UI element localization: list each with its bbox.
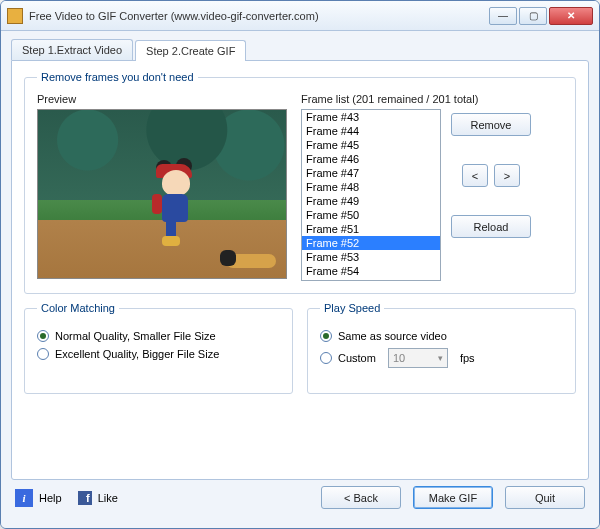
tab-body: Remove frames you don't need Preview xyxy=(11,60,589,480)
radio-custom-speed[interactable]: Custom 10 ▾ fps xyxy=(320,348,563,368)
tab-step1[interactable]: Step 1.Extract Video xyxy=(11,39,133,60)
frames-legend: Remove frames you don't need xyxy=(37,71,198,83)
radio-label: Custom xyxy=(338,352,376,364)
radio-normal-quality[interactable]: Normal Quality, Smaller File Size xyxy=(37,330,280,342)
frame-item[interactable]: Frame #49 xyxy=(302,194,440,208)
fps-spinner[interactable]: 10 ▾ xyxy=(388,348,448,368)
next-frame-button[interactable]: > xyxy=(494,164,520,187)
frame-item[interactable]: Frame #54 xyxy=(302,264,440,278)
tab-strip: Step 1.Extract Video Step 2.Create GIF xyxy=(11,39,589,60)
tab-step2[interactable]: Step 2.Create GIF xyxy=(135,40,246,61)
chevron-down-icon: ▾ xyxy=(438,353,443,363)
minimize-button[interactable]: — xyxy=(489,7,517,25)
tab-control: Step 1.Extract Video Step 2.Create GIF R… xyxy=(11,39,589,480)
frame-item[interactable]: Frame #43 xyxy=(302,110,440,124)
preview-image xyxy=(37,109,287,279)
quit-button[interactable]: Quit xyxy=(505,486,585,509)
frame-item[interactable]: Frame #51 xyxy=(302,222,440,236)
preview-label: Preview xyxy=(37,93,287,105)
client-area: Step 1.Extract Video Step 2.Create GIF R… xyxy=(1,31,599,528)
maximize-button[interactable]: ▢ xyxy=(519,7,547,25)
fps-unit: fps xyxy=(460,352,475,364)
radio-icon xyxy=(37,330,49,342)
radio-label: Normal Quality, Smaller File Size xyxy=(55,330,216,342)
frame-listbox[interactable]: Frame #43Frame #44Frame #45Frame #46Fram… xyxy=(301,109,441,281)
radio-label: Same as source video xyxy=(338,330,447,342)
facebook-icon: f xyxy=(78,491,92,505)
radio-icon xyxy=(320,330,332,342)
radio-icon xyxy=(320,352,332,364)
framelist-label: Frame list (201 remained / 201 total) xyxy=(301,93,563,105)
frame-item[interactable]: Frame #44 xyxy=(302,124,440,138)
radio-label: Excellent Quality, Bigger File Size xyxy=(55,348,219,360)
reload-button[interactable]: Reload xyxy=(451,215,531,238)
window-buttons: — ▢ ✕ xyxy=(489,7,593,25)
app-window: Free Video to GIF Converter (www.video-g… xyxy=(0,0,600,529)
frame-item[interactable]: Frame #47 xyxy=(302,166,440,180)
play-speed-legend: Play Speed xyxy=(320,302,384,314)
app-icon xyxy=(7,8,23,24)
frames-group: Remove frames you don't need Preview xyxy=(24,71,576,294)
color-matching-legend: Color Matching xyxy=(37,302,119,314)
frame-item[interactable]: Frame #48 xyxy=(302,180,440,194)
titlebar: Free Video to GIF Converter (www.video-g… xyxy=(1,1,599,31)
play-speed-group: Play Speed Same as source video Custom 1… xyxy=(307,302,576,394)
back-button[interactable]: < Back xyxy=(321,486,401,509)
window-title: Free Video to GIF Converter (www.video-g… xyxy=(29,10,489,22)
radio-same-speed[interactable]: Same as source video xyxy=(320,330,563,342)
prev-frame-button[interactable]: < xyxy=(462,164,488,187)
frame-item[interactable]: Frame #46 xyxy=(302,152,440,166)
frame-item[interactable]: Frame #53 xyxy=(302,250,440,264)
fps-value: 10 xyxy=(393,352,405,364)
close-button[interactable]: ✕ xyxy=(549,7,593,25)
like-link[interactable]: Like xyxy=(98,492,118,504)
remove-button[interactable]: Remove xyxy=(451,113,531,136)
make-gif-button[interactable]: Make GIF xyxy=(413,486,493,509)
radio-icon xyxy=(37,348,49,360)
radio-excellent-quality[interactable]: Excellent Quality, Bigger File Size xyxy=(37,348,280,360)
frame-item[interactable]: Frame #50 xyxy=(302,208,440,222)
footer: i Help f Like < Back Make GIF Quit xyxy=(11,480,589,509)
frame-item[interactable]: Frame #52 xyxy=(302,236,440,250)
frame-item[interactable]: Frame #45 xyxy=(302,138,440,152)
help-icon: i xyxy=(15,489,33,507)
color-matching-group: Color Matching Normal Quality, Smaller F… xyxy=(24,302,293,394)
help-link[interactable]: Help xyxy=(39,492,62,504)
